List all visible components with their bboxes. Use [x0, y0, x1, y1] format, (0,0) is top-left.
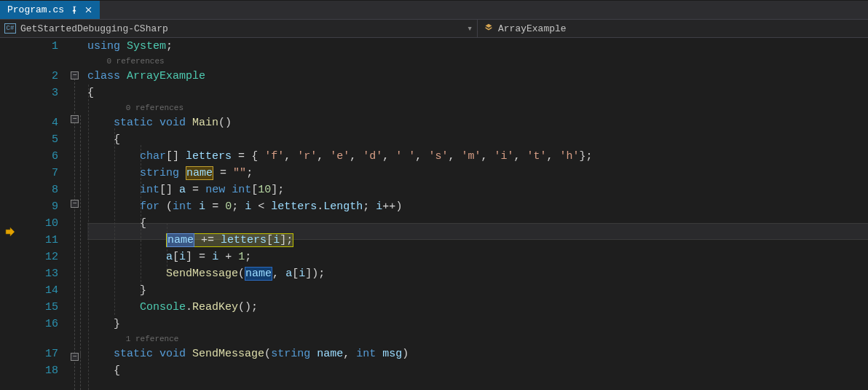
breadcrumb-scope-class[interactable]: ArrayExample — [478, 22, 567, 35]
fold-toggle-icon[interactable]: − — [71, 115, 79, 123]
pin-icon[interactable] — [70, 6, 79, 15]
line-number: 18 — [19, 362, 58, 379]
fold-toggle-icon[interactable]: − — [71, 71, 79, 79]
code-editor[interactable]: 1 2 3 4 5 6 7 8 9 10 11 12 13 14 15 16 1… — [0, 38, 868, 390]
code-line[interactable]: static void SendMessage(string name, int… — [87, 346, 868, 362]
next-statement-highlight: name += letters[i]; — [166, 233, 293, 247]
code-line[interactable]: SendMessage(name, a[i]); — [87, 265, 868, 282]
code-line[interactable]: } — [87, 282, 868, 299]
code-line[interactable]: class ArrayExample — [87, 68, 868, 85]
class-icon — [484, 22, 494, 35]
line-number: 14 — [19, 282, 58, 299]
line-number: 2 — [19, 68, 58, 85]
code-line[interactable]: name += letters[i]; — [87, 232, 868, 249]
breadcrumb-project-name: GetStartedDebugging-CSharp — [20, 23, 168, 34]
line-number: 6 — [19, 148, 58, 165]
selection: name — [167, 233, 194, 247]
line-number: 1 — [19, 38, 58, 55]
glyph-margin[interactable] — [0, 38, 19, 390]
line-number: 11 — [19, 232, 58, 249]
outlining-margin[interactable]: − − − − — [68, 38, 87, 390]
fold-toggle-icon[interactable]: − — [71, 200, 79, 208]
line-number: 10 — [19, 215, 58, 232]
fold-toggle-icon[interactable]: − — [71, 353, 79, 361]
symbol-highlight-reference: name — [245, 267, 272, 281]
code-line[interactable]: { — [87, 85, 868, 101]
line-number: 9 — [19, 198, 58, 215]
code-line[interactable]: string name = ""; — [87, 165, 868, 182]
csharp-icon: C# — [4, 23, 16, 34]
code-line[interactable]: using System; — [87, 38, 868, 55]
line-number: 4 — [19, 114, 58, 131]
code-line[interactable]: static void Main() — [87, 114, 868, 131]
breadcrumb-class-name: ArrayExample — [498, 23, 567, 34]
breadcrumb-scope-project[interactable]: C# GetStartedDebugging-CSharp ▾ — [0, 20, 478, 37]
close-icon[interactable] — [84, 6, 92, 14]
code-line[interactable]: } — [87, 316, 868, 332]
code-line[interactable]: { — [87, 362, 868, 379]
line-number: 7 — [19, 165, 58, 182]
code-line[interactable]: { — [87, 131, 868, 148]
line-number: 12 — [19, 249, 58, 265]
code-line[interactable]: int[] a = new int[10]; — [87, 182, 868, 198]
codelens-references[interactable]: 0 references — [87, 101, 868, 114]
code-line[interactable]: for (int i = 0; i < letters.Length; i++) — [87, 198, 868, 215]
code-line[interactable]: { — [87, 215, 868, 232]
line-number: 8 — [19, 182, 58, 198]
line-number: 16 — [19, 316, 58, 332]
line-number: 3 — [19, 85, 58, 101]
line-number: 15 — [19, 299, 58, 316]
code-area[interactable]: using System; 0 references class ArrayEx… — [87, 38, 868, 390]
code-line[interactable]: char[] letters = { 'f', 'r', 'e', 'd', '… — [87, 148, 868, 165]
line-number-gutter: 1 2 3 4 5 6 7 8 9 10 11 12 13 14 15 16 1… — [19, 38, 68, 390]
tab-title: Program.cs — [7, 4, 64, 15]
line-number: 17 — [19, 346, 58, 362]
tab-program-cs[interactable]: Program.cs — [0, 1, 100, 19]
codelens-references[interactable]: 0 references — [87, 55, 868, 68]
symbol-highlight-definition: name — [186, 166, 213, 180]
code-line[interactable]: Console.ReadKey(); — [87, 299, 868, 316]
chevron-down-icon[interactable]: ▾ — [467, 23, 477, 34]
code-line[interactable]: a[i] = i + 1; — [87, 249, 868, 265]
line-number: 5 — [19, 131, 58, 148]
line-number: 13 — [19, 265, 58, 282]
breadcrumb-bar: C# GetStartedDebugging-CSharp ▾ ArrayExa… — [0, 19, 868, 38]
tab-bar: Program.cs — [0, 0, 868, 19]
current-statement-arrow-icon — [4, 226, 17, 239]
codelens-references[interactable]: 1 reference — [87, 332, 868, 346]
